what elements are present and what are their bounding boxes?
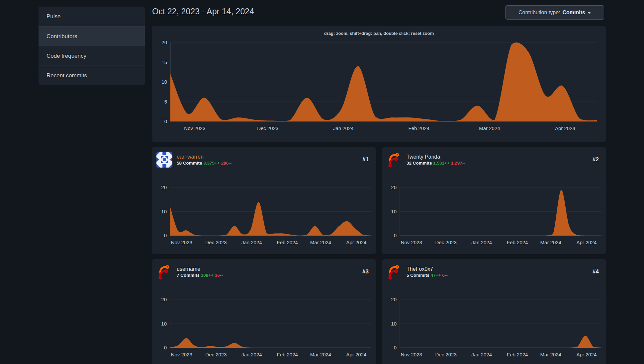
deletions-count: 36-- (215, 273, 223, 278)
svg-text:5: 5 (164, 99, 167, 105)
sidebar-item-contributors[interactable]: Contributors (39, 26, 145, 46)
rank-badge: #1 (362, 156, 369, 163)
contributor-name: Twenty Panda (407, 153, 588, 161)
svg-text:0: 0 (164, 233, 167, 238)
svg-text:0: 0 (394, 233, 397, 238)
svg-text:Jan 2024: Jan 2024 (471, 240, 492, 245)
sidebar-item-code-frequency[interactable]: Code frequency (39, 46, 145, 65)
deletions-count: 1,297-- (451, 161, 465, 166)
svg-text:Nov 2023: Nov 2023 (184, 125, 205, 131)
additions-count: 47++ (431, 273, 441, 278)
forgejo-logo-icon (156, 264, 172, 280)
sidebar-item-recent-commits[interactable]: Recent commits (39, 65, 145, 85)
contributor-card-2: Twenty Panda 32 Commits 1,531++ 1,297-- … (382, 147, 606, 254)
deletions-count: 6-- (442, 273, 448, 278)
additions-count: 108++ (201, 273, 214, 278)
contributor-stats: 5 Commits 47++ 6-- (407, 273, 588, 278)
additions-count: 3,375++ (203, 161, 220, 166)
svg-text:20: 20 (391, 297, 397, 302)
contributor-card-4: TheFox0x7 5 Commits 47++ 6-- #4 01020Nov… (382, 259, 606, 364)
svg-text:20: 20 (391, 184, 397, 190)
commit-count: 5 Commits (407, 273, 429, 278)
contribution-type-label: Contribution type: (518, 10, 560, 16)
contributor-info: username 7 Commits 108++ 36-- (177, 265, 358, 278)
contributor-name: TheFox0x7 (407, 265, 588, 273)
forgejo-logo-icon (386, 152, 402, 168)
commit-count: 32 Commits (407, 161, 432, 166)
chevron-down-icon (588, 12, 591, 14)
contributor-card-header: username 7 Commits 108++ 36-- #3 (152, 259, 376, 284)
svg-text:0: 0 (164, 345, 167, 350)
svg-text:Feb 2024: Feb 2024 (277, 240, 298, 245)
svg-text:20: 20 (161, 39, 167, 45)
date-range-title: Oct 22, 2023 - Apr 14, 2024 (152, 7, 254, 16)
svg-text:Jan 2024: Jan 2024 (471, 352, 492, 357)
contributor-card-header: Twenty Panda 32 Commits 1,531++ 1,297-- … (382, 147, 606, 172)
rank-badge: #4 (593, 268, 599, 275)
contributor-card-header: TheFox0x7 5 Commits 47++ 6-- #4 (382, 259, 606, 284)
svg-text:Feb 2024: Feb 2024 (507, 240, 528, 245)
svg-text:Feb 2024: Feb 2024 (277, 352, 298, 357)
contributor-card-3: username 7 Commits 108++ 36-- #3 01020No… (152, 259, 376, 364)
rank-badge: #2 (593, 156, 599, 163)
svg-text:Apr 2024: Apr 2024 (555, 125, 575, 131)
contributor-stats: 32 Commits 1,531++ 1,297-- (407, 161, 588, 166)
svg-text:Mar 2024: Mar 2024 (310, 352, 331, 357)
activity-page: Pulse Contributors Code frequency Recent… (0, 0, 644, 364)
contributor-name: username (177, 265, 358, 273)
svg-text:Apr 2024: Apr 2024 (346, 352, 366, 357)
svg-text:Mar 2024: Mar 2024 (540, 240, 561, 245)
svg-text:10: 10 (161, 321, 167, 327)
contribution-type-value: Commits (562, 10, 585, 16)
contributor-card-1: earl-warren 58 Commits 3,375++ 286-- #1 … (152, 147, 376, 254)
svg-text:Nov 2023: Nov 2023 (401, 352, 422, 357)
zoom-hint-text: drag: zoom, shift+drag: pan, double clic… (152, 26, 606, 38)
svg-text:10: 10 (161, 209, 167, 214)
additions-count: 1,531++ (433, 161, 450, 166)
svg-text:0: 0 (394, 345, 397, 350)
svg-text:Nov 2023: Nov 2023 (171, 240, 192, 245)
svg-text:Dec 2023: Dec 2023 (205, 352, 227, 357)
commit-count: 58 Commits (177, 161, 202, 166)
svg-text:Feb 2024: Feb 2024 (409, 125, 429, 131)
contributor-activity-chart[interactable]: 01020Nov 2023Dec 2023Jan 2024Feb 2024Mar… (382, 172, 606, 254)
svg-text:Apr 2024: Apr 2024 (576, 240, 597, 245)
svg-text:Mar 2024: Mar 2024 (540, 352, 561, 357)
contributor-card-header: earl-warren 58 Commits 3,375++ 286-- #1 (152, 147, 376, 172)
svg-text:Dec 2023: Dec 2023 (205, 240, 227, 245)
contributor-activity-chart[interactable]: 01020Nov 2023Dec 2023Jan 2024Feb 2024Mar… (152, 284, 376, 364)
svg-text:Nov 2023: Nov 2023 (401, 240, 422, 245)
commit-count: 7 Commits (177, 273, 200, 278)
svg-text:Dec 2023: Dec 2023 (257, 125, 278, 131)
contributor-name-link[interactable]: earl-warren (177, 153, 358, 161)
svg-text:Dec 2023: Dec 2023 (435, 240, 457, 245)
contributor-info: Twenty Panda 32 Commits 1,531++ 1,297-- (407, 153, 588, 166)
avatar[interactable] (156, 152, 172, 168)
sidebar-item-pulse[interactable]: Pulse (39, 7, 145, 26)
svg-text:10: 10 (391, 209, 397, 214)
overall-activity-card: drag: zoom, shift+drag: pan, double clic… (152, 26, 606, 142)
overall-activity-chart[interactable]: 05101520Nov 2023Dec 2023Jan 2024Feb 2024… (152, 38, 606, 142)
forgejo-logo-icon (386, 264, 402, 280)
svg-text:Mar 2024: Mar 2024 (479, 125, 500, 131)
svg-text:Apr 2024: Apr 2024 (346, 240, 366, 245)
contribution-type-dropdown[interactable]: Contribution type: Commits (505, 5, 604, 20)
svg-text:Apr 2024: Apr 2024 (576, 352, 597, 357)
svg-text:10: 10 (391, 321, 397, 327)
contributor-activity-chart[interactable]: 01020Nov 2023Dec 2023Jan 2024Feb 2024Mar… (152, 172, 376, 254)
svg-text:Jan 2024: Jan 2024 (333, 125, 354, 131)
contributor-info: earl-warren 58 Commits 3,375++ 286-- (177, 153, 358, 166)
sidebar: Pulse Contributors Code frequency Recent… (39, 7, 145, 85)
svg-text:Mar 2024: Mar 2024 (310, 240, 331, 245)
svg-text:0: 0 (164, 118, 167, 124)
svg-text:Jan 2024: Jan 2024 (241, 240, 262, 245)
rank-badge: #3 (362, 268, 369, 275)
contributor-stats: 7 Commits 108++ 36-- (177, 273, 358, 278)
svg-text:Dec 2023: Dec 2023 (435, 352, 457, 357)
contributor-stats: 58 Commits 3,375++ 286-- (177, 161, 358, 166)
contributor-info: TheFox0x7 5 Commits 47++ 6-- (407, 265, 588, 278)
svg-text:Jan 2024: Jan 2024 (241, 352, 262, 357)
contributor-activity-chart[interactable]: 01020Nov 2023Dec 2023Jan 2024Feb 2024Mar… (382, 284, 606, 364)
svg-text:Nov 2023: Nov 2023 (171, 352, 192, 357)
svg-text:20: 20 (161, 297, 167, 302)
